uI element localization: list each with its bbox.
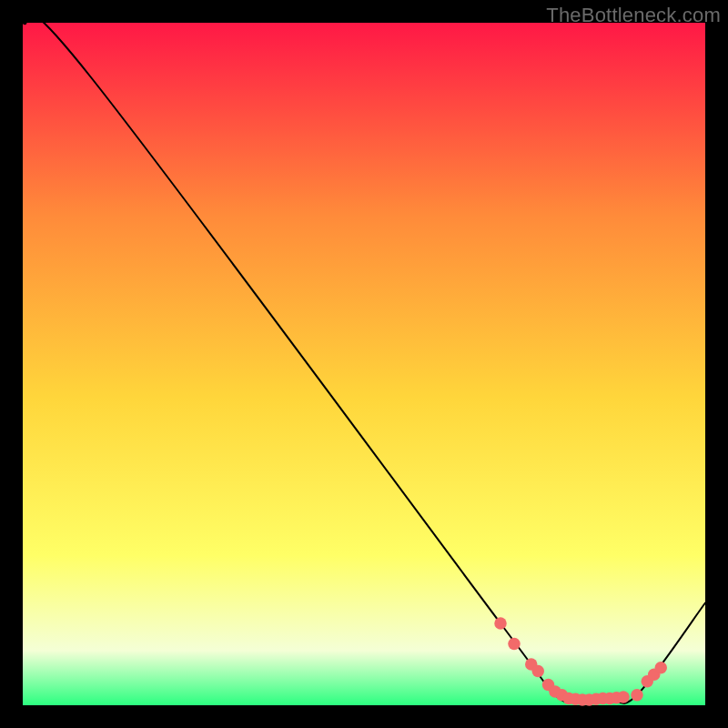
marker-point	[631, 689, 643, 702]
marker-point	[494, 617, 507, 630]
bottleneck-curve	[23, 13, 705, 703]
marker-point	[617, 691, 630, 703]
chart-overlay	[23, 23, 705, 705]
plot-area	[23, 23, 705, 705]
marker-point	[532, 665, 545, 678]
marker-point	[655, 662, 668, 674]
watermark-text: TheBottleneck.com	[546, 4, 721, 27]
chart-stage: TheBottleneck.com	[0, 0, 728, 728]
marker-point	[508, 638, 521, 651]
highlight-markers	[494, 617, 667, 706]
